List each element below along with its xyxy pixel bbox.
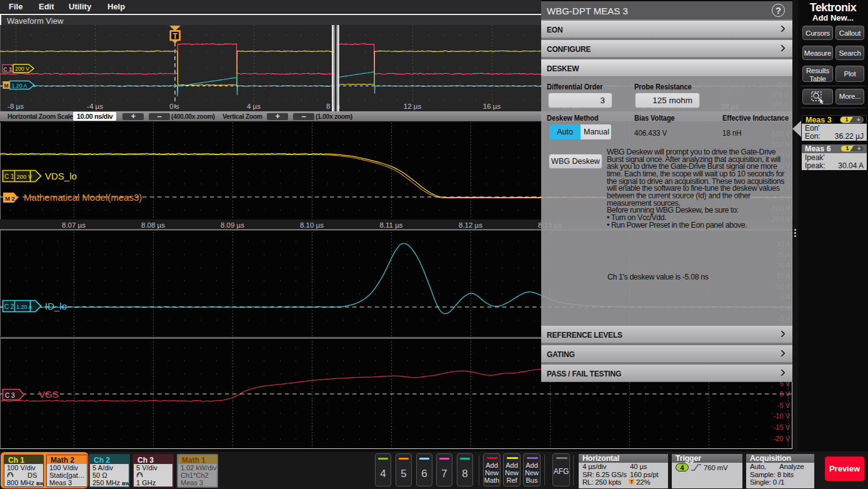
svg-text:8.09 µs: 8.09 µs [221, 221, 244, 229]
svg-text:-8 µs: -8 µs [7, 103, 24, 110]
svg-text:8.11 µs: 8.11 µs [379, 221, 402, 229]
svg-text:C 1: C 1 [4, 173, 14, 180]
svg-text:VDS_lo: VDS_lo [45, 171, 77, 181]
svg-text:200 V: 200 V [15, 66, 29, 72]
svg-text:M 2: M 2 [5, 195, 15, 202]
svg-text:-20 V: -20 V [774, 435, 791, 442]
svg-text:C 3: C 3 [5, 392, 15, 399]
svg-text:C 2: C 2 [4, 303, 14, 310]
svg-text:-5 V: -5 V [777, 401, 791, 409]
svg-text:8.10 µs: 8.10 µs [300, 221, 324, 229]
svg-text:16 µs: 16 µs [483, 103, 501, 110]
svg-text:C 3: C 3 [4, 66, 12, 73]
svg-text:8.08 µs: 8.08 µs [141, 221, 165, 229]
svg-text:ID_lo: ID_lo [45, 301, 67, 311]
svg-text:8.12 µs: 8.12 µs [459, 221, 482, 229]
svg-text:VGS: VGS [39, 389, 59, 400]
svg-text:200 V: 200 V [17, 173, 32, 180]
svg-text:-10 V: -10 V [774, 412, 791, 420]
svg-text:4 µs: 4 µs [247, 103, 261, 110]
svg-text:-4 µs: -4 µs [87, 103, 103, 110]
svg-text:0 V: 0 V [779, 390, 790, 398]
svg-text:Mathematical Model(meas3): Mathematical Model(meas3) [24, 192, 142, 203]
svg-text:8.07 µs: 8.07 µs [62, 221, 86, 229]
svg-text:T: T [172, 31, 177, 41]
svg-text:12 µs: 12 µs [404, 103, 422, 110]
svg-text:-15 V: -15 V [774, 423, 791, 431]
svg-text:1.20 A: 1.20 A [12, 83, 27, 89]
svg-text:1.20 A: 1.20 A [16, 304, 32, 310]
